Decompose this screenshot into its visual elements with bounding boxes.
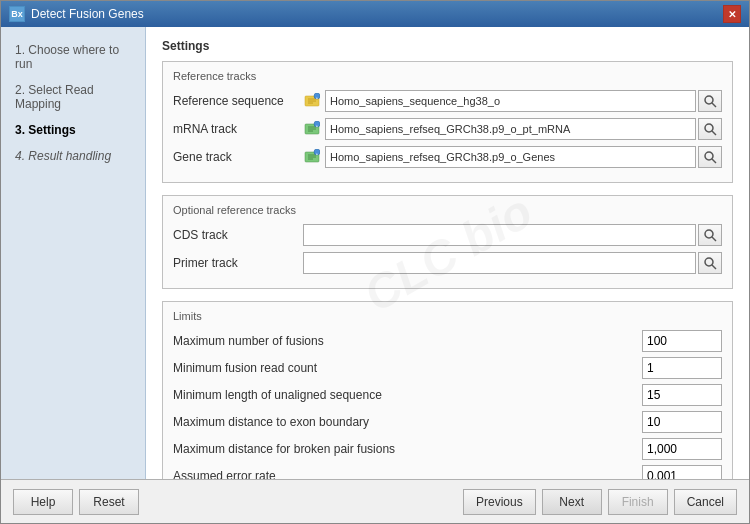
gene-track-icon: +	[303, 148, 321, 166]
mrna-track-icon: +	[303, 120, 321, 138]
cds-track-input[interactable]	[303, 224, 696, 246]
assumed-error-rate-input[interactable]	[642, 465, 722, 479]
min-fusion-read-label: Minimum fusion read count	[173, 361, 642, 375]
gene-track-label: Gene track	[173, 150, 303, 164]
svg-point-22	[705, 152, 713, 160]
reference-track-icon: +	[303, 92, 321, 110]
max-broken-pair-row: Maximum distance for broken pair fusions	[173, 438, 722, 460]
svg-point-14	[705, 124, 713, 132]
svg-line-27	[712, 265, 716, 269]
min-fusion-read-input[interactable]	[642, 357, 722, 379]
max-broken-pair-input[interactable]	[642, 438, 722, 460]
finish-button[interactable]: Finish	[608, 489, 668, 515]
sidebar-item-settings[interactable]: 3. Settings	[9, 119, 137, 141]
optional-reference-tracks-section: Optional reference tracks CDS track Pr	[162, 195, 733, 289]
mrna-track-input[interactable]	[325, 118, 696, 140]
primer-track-input[interactable]	[303, 252, 696, 274]
mrna-track-row: mRNA track +	[173, 118, 722, 140]
footer-right: Previous Next Finish Cancel	[463, 489, 737, 515]
next-button[interactable]: Next	[542, 489, 602, 515]
svg-line-25	[712, 237, 716, 241]
assumed-error-rate-label: Assumed error rate	[173, 469, 642, 479]
reset-button[interactable]: Reset	[79, 489, 139, 515]
max-exon-boundary-row: Maximum distance to exon boundary	[173, 411, 722, 433]
max-exon-boundary-label: Maximum distance to exon boundary	[173, 415, 642, 429]
min-unaligned-label: Minimum length of unaligned sequence	[173, 388, 642, 402]
section-title: Settings	[162, 39, 733, 53]
optional-tracks-title: Optional reference tracks	[173, 204, 722, 216]
svg-point-24	[705, 230, 713, 238]
svg-point-26	[705, 258, 713, 266]
window-icon: Bx	[9, 6, 25, 22]
min-fusion-read-row: Minimum fusion read count	[173, 357, 722, 379]
previous-button[interactable]: Previous	[463, 489, 536, 515]
limits-section: Limits Maximum number of fusions Minimum…	[162, 301, 733, 479]
reference-sequence-input[interactable]	[325, 90, 696, 112]
svg-line-23	[712, 159, 716, 163]
min-unaligned-input[interactable]	[642, 384, 722, 406]
primer-track-browse[interactable]	[698, 252, 722, 274]
sidebar: 1. Choose where to run 2. Select Read Ma…	[1, 27, 146, 479]
svg-line-15	[712, 131, 716, 135]
svg-line-7	[712, 103, 716, 107]
reference-sequence-browse[interactable]	[698, 90, 722, 112]
sidebar-item-select-read-mapping[interactable]: 2. Select Read Mapping	[9, 79, 137, 115]
gene-track-input[interactable]	[325, 146, 696, 168]
content-area: 1. Choose where to run 2. Select Read Ma…	[1, 27, 749, 479]
help-button[interactable]: Help	[13, 489, 73, 515]
primer-track-row: Primer track	[173, 252, 722, 274]
primer-track-label: Primer track	[173, 256, 303, 270]
mrna-track-browse[interactable]	[698, 118, 722, 140]
title-bar: Bx Detect Fusion Genes ✕	[1, 1, 749, 27]
max-fusions-input[interactable]	[642, 330, 722, 352]
reference-sequence-row: Reference sequence +	[173, 90, 722, 112]
max-exon-boundary-input[interactable]	[642, 411, 722, 433]
cds-track-row: CDS track	[173, 224, 722, 246]
reference-tracks-section: Reference tracks Reference sequence +	[162, 61, 733, 183]
cds-track-browse[interactable]	[698, 224, 722, 246]
footer: Help Reset Previous Next Finish Cancel	[1, 479, 749, 523]
limits-title: Limits	[173, 310, 722, 322]
footer-left: Help Reset	[13, 489, 139, 515]
reference-sequence-label: Reference sequence	[173, 94, 303, 108]
gene-track-row: Gene track +	[173, 146, 722, 168]
max-broken-pair-label: Maximum distance for broken pair fusions	[173, 442, 642, 456]
main-panel: CLC bio Settings Reference tracks Refere…	[146, 27, 749, 479]
close-button[interactable]: ✕	[723, 5, 741, 23]
svg-point-6	[705, 96, 713, 104]
sidebar-item-result-handling[interactable]: 4. Result handling	[9, 145, 137, 167]
max-fusions-row: Maximum number of fusions	[173, 330, 722, 352]
mrna-track-label: mRNA track	[173, 122, 303, 136]
main-window: Bx Detect Fusion Genes ✕ 1. Choose where…	[0, 0, 750, 524]
assumed-error-rate-row: Assumed error rate	[173, 465, 722, 479]
window-title: Detect Fusion Genes	[31, 7, 144, 21]
gene-track-browse[interactable]	[698, 146, 722, 168]
reference-tracks-title: Reference tracks	[173, 70, 722, 82]
cds-track-label: CDS track	[173, 228, 303, 242]
max-fusions-label: Maximum number of fusions	[173, 334, 642, 348]
min-unaligned-row: Minimum length of unaligned sequence	[173, 384, 722, 406]
sidebar-item-choose-where[interactable]: 1. Choose where to run	[9, 39, 137, 75]
cancel-button[interactable]: Cancel	[674, 489, 737, 515]
